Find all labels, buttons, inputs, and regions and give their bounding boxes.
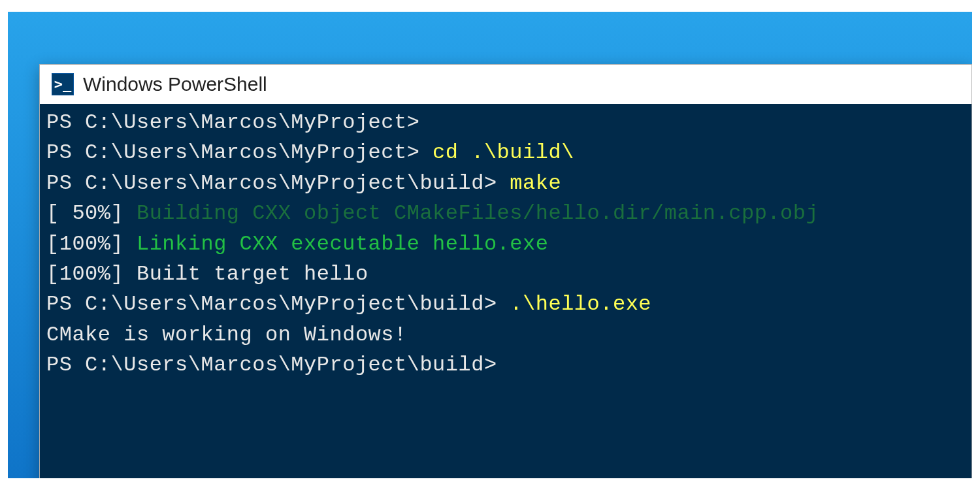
console-text: PS C:\Users\Marcos\MyProject\build> bbox=[46, 353, 510, 377]
console-line: CMake is working on Windows! bbox=[46, 320, 965, 350]
console-text: PS C:\Users\Marcos\MyProject> bbox=[46, 140, 433, 165]
console-line: [100%] Built target hello bbox=[46, 259, 965, 289]
window-titlebar[interactable]: >_ Windows PowerShell bbox=[40, 65, 972, 104]
console-text: [100%] Built target hello bbox=[46, 262, 368, 286]
console-text-green-dim: Building CXX object CMakeFiles/hello.dir… bbox=[137, 201, 819, 225]
window-title: Windows PowerShell bbox=[83, 73, 267, 95]
console-text: PS C:\Users\Marcos\MyProject\build> bbox=[46, 292, 510, 316]
powershell-icon: >_ bbox=[52, 73, 74, 95]
console-output[interactable]: PS C:\Users\Marcos\MyProject> PS C:\User… bbox=[40, 104, 972, 478]
console-line: PS C:\Users\Marcos\MyProject> cd .\build… bbox=[46, 138, 965, 168]
console-line: PS C:\Users\Marcos\MyProject\build> .\he… bbox=[46, 289, 965, 319]
console-text: PS C:\Users\Marcos\MyProject\build> bbox=[46, 171, 510, 195]
console-line: PS C:\Users\Marcos\MyProject\build> make bbox=[46, 169, 965, 199]
console-line: [100%] Linking CXX executable hello.exe bbox=[46, 229, 965, 259]
console-line: PS C:\Users\Marcos\MyProject\build> bbox=[46, 350, 965, 380]
console-line: [ 50%] Building CXX object CMakeFiles/he… bbox=[46, 199, 965, 229]
screenshot-frame: >_ Windows PowerShell PS C:\Users\Marcos… bbox=[0, 0, 980, 490]
console-text-green: Linking CXX executable hello.exe bbox=[137, 232, 549, 256]
console-text: [100%] bbox=[46, 232, 137, 256]
powershell-window: >_ Windows PowerShell PS C:\Users\Marcos… bbox=[39, 64, 972, 478]
powershell-icon-glyph: >_ bbox=[54, 77, 72, 91]
console-text: [ 50%] bbox=[46, 201, 137, 225]
console-line: PS C:\Users\Marcos\MyProject> bbox=[46, 108, 965, 138]
console-text-yellow: make bbox=[510, 171, 561, 195]
console-text: CMake is working on Windows! bbox=[46, 323, 407, 347]
console-text: PS C:\Users\Marcos\MyProject> bbox=[46, 110, 433, 135]
desktop-background: >_ Windows PowerShell PS C:\Users\Marcos… bbox=[8, 12, 972, 478]
console-text-yellow: .\hello.exe bbox=[510, 292, 651, 316]
console-text-yellow: cd .\build\ bbox=[433, 140, 574, 165]
